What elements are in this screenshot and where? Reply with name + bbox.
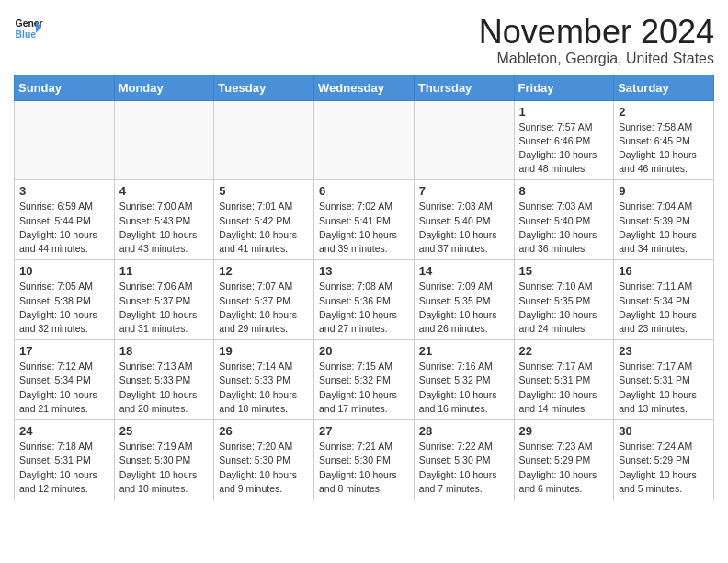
day-number: 15 [519,264,609,278]
weekday-header-cell: Saturday [614,75,714,100]
day-number: 3 [19,184,109,198]
calendar-table: SundayMondayTuesdayWednesdayThursdayFrid… [14,75,714,500]
day-info: Sunrise: 7:09 AM Sunset: 5:35 PM Dayligh… [419,280,509,336]
day-number: 7 [419,184,509,198]
day-info: Sunrise: 7:11 AM Sunset: 5:34 PM Dayligh… [619,280,709,336]
day-number: 30 [619,424,709,438]
day-number: 6 [319,184,409,198]
day-number: 20 [319,344,409,358]
calendar-day-cell: 8Sunrise: 7:03 AM Sunset: 5:40 PM Daylig… [514,180,614,260]
calendar-day-cell: 16Sunrise: 7:11 AM Sunset: 5:34 PM Dayli… [614,260,714,340]
day-info: Sunrise: 7:07 AM Sunset: 5:37 PM Dayligh… [219,280,309,336]
day-info: Sunrise: 7:06 AM Sunset: 5:37 PM Dayligh… [119,280,210,336]
weekday-header-cell: Friday [514,75,614,100]
calendar-day-cell: 29Sunrise: 7:23 AM Sunset: 5:29 PM Dayli… [514,420,614,500]
weekday-header-row: SundayMondayTuesdayWednesdayThursdayFrid… [15,75,714,100]
calendar-day-cell [214,100,314,180]
day-number: 13 [319,264,409,278]
day-info: Sunrise: 7:05 AM Sunset: 5:38 PM Dayligh… [19,280,109,336]
weekday-header-cell: Thursday [414,75,514,100]
day-info: Sunrise: 7:58 AM Sunset: 6:45 PM Dayligh… [619,121,709,177]
day-number: 23 [619,344,709,358]
calendar-day-cell: 27Sunrise: 7:21 AM Sunset: 5:30 PM Dayli… [314,420,415,500]
calendar-day-cell: 26Sunrise: 7:20 AM Sunset: 5:30 PM Dayli… [214,420,314,500]
day-info: Sunrise: 6:59 AM Sunset: 5:44 PM Dayligh… [19,200,109,256]
calendar-day-cell: 11Sunrise: 7:06 AM Sunset: 5:37 PM Dayli… [114,260,214,340]
day-info: Sunrise: 7:03 AM Sunset: 5:40 PM Dayligh… [519,200,609,256]
day-info: Sunrise: 7:01 AM Sunset: 5:42 PM Dayligh… [219,200,309,256]
day-info: Sunrise: 7:18 AM Sunset: 5:31 PM Dayligh… [19,440,109,496]
calendar-day-cell: 9Sunrise: 7:04 AM Sunset: 5:39 PM Daylig… [614,180,714,260]
day-info: Sunrise: 7:22 AM Sunset: 5:30 PM Dayligh… [419,440,509,496]
day-number: 17 [19,344,109,358]
day-number: 25 [119,424,210,438]
page-container: General Blue November 2024 Mableton, Geo… [0,0,728,510]
day-number: 10 [19,264,109,278]
day-number: 2 [619,105,709,119]
day-number: 8 [519,184,609,198]
calendar-day-cell: 20Sunrise: 7:15 AM Sunset: 5:32 PM Dayli… [314,340,415,420]
header: General Blue November 2024 Mableton, Geo… [14,14,714,67]
calendar-day-cell: 25Sunrise: 7:19 AM Sunset: 5:30 PM Dayli… [114,420,214,500]
calendar-day-cell: 4Sunrise: 7:00 AM Sunset: 5:43 PM Daylig… [114,180,214,260]
calendar-day-cell: 1Sunrise: 7:57 AM Sunset: 6:46 PM Daylig… [514,100,614,180]
day-number: 29 [519,424,609,438]
day-info: Sunrise: 7:16 AM Sunset: 5:32 PM Dayligh… [419,360,509,416]
day-number: 27 [319,424,409,438]
calendar-day-cell: 19Sunrise: 7:14 AM Sunset: 5:33 PM Dayli… [214,340,314,420]
weekday-header-cell: Wednesday [314,75,415,100]
calendar-day-cell: 18Sunrise: 7:13 AM Sunset: 5:33 PM Dayli… [114,340,214,420]
day-number: 1 [519,105,609,119]
day-info: Sunrise: 7:15 AM Sunset: 5:32 PM Dayligh… [319,360,409,416]
day-info: Sunrise: 7:19 AM Sunset: 5:30 PM Dayligh… [119,440,210,496]
day-number: 5 [219,184,309,198]
day-number: 22 [519,344,609,358]
calendar-day-cell: 15Sunrise: 7:10 AM Sunset: 5:35 PM Dayli… [514,260,614,340]
calendar-week-row: 1Sunrise: 7:57 AM Sunset: 6:46 PM Daylig… [15,100,714,180]
day-number: 28 [419,424,509,438]
day-info: Sunrise: 7:00 AM Sunset: 5:43 PM Dayligh… [119,200,210,256]
day-info: Sunrise: 7:04 AM Sunset: 5:39 PM Dayligh… [619,200,709,256]
day-number: 18 [119,344,210,358]
calendar-day-cell: 6Sunrise: 7:02 AM Sunset: 5:41 PM Daylig… [314,180,415,260]
calendar-week-row: 10Sunrise: 7:05 AM Sunset: 5:38 PM Dayli… [15,260,714,340]
title-block: November 2024 Mableton, Georgia, United … [479,14,714,67]
calendar-day-cell: 2Sunrise: 7:58 AM Sunset: 6:45 PM Daylig… [614,100,714,180]
calendar-day-cell: 13Sunrise: 7:08 AM Sunset: 5:36 PM Dayli… [314,260,415,340]
day-info: Sunrise: 7:14 AM Sunset: 5:33 PM Dayligh… [219,360,309,416]
day-info: Sunrise: 7:12 AM Sunset: 5:34 PM Dayligh… [19,360,109,416]
day-info: Sunrise: 7:20 AM Sunset: 5:30 PM Dayligh… [219,440,309,496]
day-info: Sunrise: 7:02 AM Sunset: 5:41 PM Dayligh… [319,200,409,256]
calendar-day-cell: 17Sunrise: 7:12 AM Sunset: 5:34 PM Dayli… [15,340,115,420]
weekday-header-cell: Tuesday [214,75,314,100]
calendar-day-cell [314,100,415,180]
logo: General Blue [14,14,43,43]
svg-text:Blue: Blue [16,29,37,40]
logo-icon: General Blue [14,14,43,43]
day-info: Sunrise: 7:10 AM Sunset: 5:35 PM Dayligh… [519,280,609,336]
calendar-day-cell: 14Sunrise: 7:09 AM Sunset: 5:35 PM Dayli… [414,260,514,340]
day-number: 9 [619,184,709,198]
month-title: November 2024 [479,14,714,51]
day-info: Sunrise: 7:08 AM Sunset: 5:36 PM Dayligh… [319,280,409,336]
calendar-week-row: 24Sunrise: 7:18 AM Sunset: 5:31 PM Dayli… [15,420,714,500]
weekday-header-cell: Monday [114,75,214,100]
day-number: 4 [119,184,210,198]
calendar-day-cell: 12Sunrise: 7:07 AM Sunset: 5:37 PM Dayli… [214,260,314,340]
calendar-day-cell: 24Sunrise: 7:18 AM Sunset: 5:31 PM Dayli… [15,420,115,500]
day-number: 14 [419,264,509,278]
day-number: 21 [419,344,509,358]
day-info: Sunrise: 7:13 AM Sunset: 5:33 PM Dayligh… [119,360,210,416]
calendar-week-row: 17Sunrise: 7:12 AM Sunset: 5:34 PM Dayli… [15,340,714,420]
weekday-header-cell: Sunday [15,75,115,100]
day-info: Sunrise: 7:21 AM Sunset: 5:30 PM Dayligh… [319,440,409,496]
day-number: 19 [219,344,309,358]
calendar-day-cell: 7Sunrise: 7:03 AM Sunset: 5:40 PM Daylig… [414,180,514,260]
calendar-day-cell [15,100,115,180]
day-number: 12 [219,264,309,278]
day-number: 26 [219,424,309,438]
day-info: Sunrise: 7:17 AM Sunset: 5:31 PM Dayligh… [619,360,709,416]
day-number: 11 [119,264,210,278]
day-info: Sunrise: 7:17 AM Sunset: 5:31 PM Dayligh… [519,360,609,416]
day-info: Sunrise: 7:23 AM Sunset: 5:29 PM Dayligh… [519,440,609,496]
